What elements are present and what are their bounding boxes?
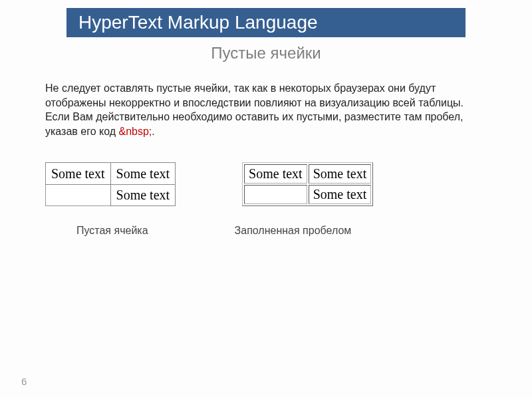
cell: Some text [309,164,372,184]
cell: Some text [309,185,372,204]
cell-empty [46,184,111,206]
paragraph: Не следует оставлять пустые ячейки, так … [45,81,492,138]
table-row: Some text [46,184,176,206]
nbsp-code: &nbsp; [118,126,152,137]
cell: Some text [110,184,176,206]
table-row: Some text [244,185,371,204]
cell: Some text [110,163,176,185]
paragraph-line2a: Если Вам действительно необходимо остави… [45,111,464,137]
captions: Пустая ячейка Заполненная пробелом [0,225,532,237]
table-row: Some text Some text [46,163,176,185]
cell: Some text [46,163,111,185]
cell: Some text [244,164,307,184]
page-number: 6 [21,376,27,387]
slide-header: HyperText Markup Language [66,8,466,37]
table-nbsp-cell: Some text Some text Some text [242,162,373,206]
paragraph-line2b: . [152,126,154,137]
caption-left: Пустая ячейка [76,225,148,237]
slide-subtitle: Пустые ячейки [0,44,532,63]
table-empty-cell: Some text Some text Some text [45,162,176,206]
table-row: Some text Some text [244,164,371,184]
caption-right: Заполненная пробелом [235,225,352,237]
paragraph-line1: Не следует оставлять пустые ячейки, так … [45,82,464,108]
header-title: HyperText Markup Language [78,12,318,33]
cell-nbsp [244,185,307,204]
tables-row: Some text Some text Some text Some text … [45,162,532,206]
